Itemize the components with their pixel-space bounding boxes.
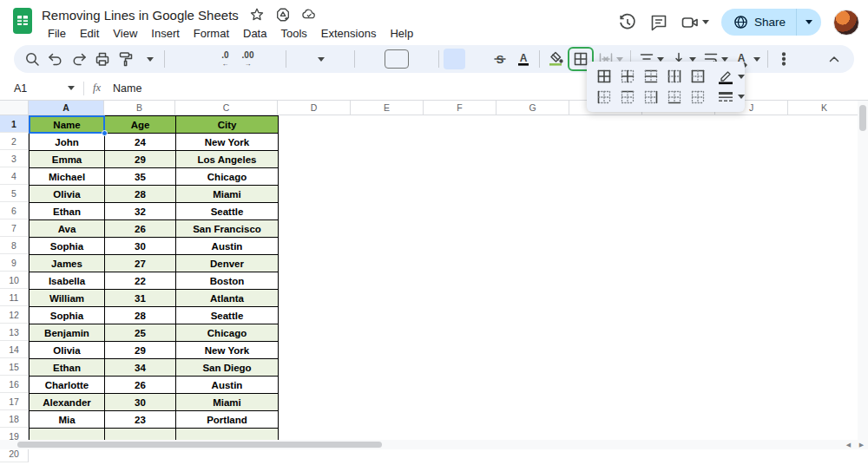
- cell-B4[interactable]: 35: [105, 168, 176, 186]
- star-icon[interactable]: [249, 7, 265, 23]
- cell-C18[interactable]: Portland: [176, 411, 279, 429]
- column-header-B[interactable]: B: [104, 101, 175, 115]
- strikethrough-button[interactable]: S: [489, 49, 511, 69]
- border-horizontal-button[interactable]: [639, 66, 662, 87]
- row-header-2[interactable]: 2: [0, 133, 29, 150]
- video-camera-icon[interactable]: [681, 13, 700, 32]
- decrease-font-size-button[interactable]: [359, 49, 381, 69]
- border-vertical-button[interactable]: [662, 66, 686, 87]
- row-header-10[interactable]: 10: [0, 272, 29, 289]
- select-all-corner[interactable]: [0, 101, 29, 115]
- document-title[interactable]: Removing Lines in Google Sheets: [42, 8, 239, 23]
- fill-handle[interactable]: [102, 130, 108, 136]
- text-color-button[interactable]: A: [512, 49, 535, 69]
- cell-C6[interactable]: Seattle: [176, 203, 279, 220]
- cell-A15[interactable]: Ethan: [30, 359, 105, 377]
- cell-A13[interactable]: Benjamin: [30, 324, 105, 342]
- share-button[interactable]: Share: [721, 9, 797, 36]
- row-header-6[interactable]: 6: [0, 202, 29, 219]
- column-header-D[interactable]: D: [278, 101, 351, 115]
- column-header-F[interactable]: F: [424, 101, 496, 115]
- sheets-logo-icon[interactable]: [12, 7, 33, 35]
- row-header-7[interactable]: 7: [0, 219, 29, 237]
- print-button[interactable]: [91, 49, 114, 69]
- cell-A3[interactable]: Emma: [30, 151, 105, 168]
- cell-B5[interactable]: 28: [105, 186, 176, 203]
- cell-A14[interactable]: Olivia: [30, 342, 105, 359]
- column-header-K[interactable]: K: [788, 101, 861, 115]
- menu-extensions[interactable]: Extensions: [315, 25, 383, 42]
- column-header-G[interactable]: G: [496, 101, 569, 115]
- cell-A18[interactable]: Mia: [30, 411, 105, 429]
- border-right-button[interactable]: [639, 87, 662, 108]
- user-avatar[interactable]: [833, 10, 859, 36]
- cell-A11[interactable]: William: [30, 290, 105, 307]
- cell-A6[interactable]: Ethan: [30, 203, 105, 220]
- row-header-18[interactable]: 18: [0, 410, 29, 428]
- horizontal-scrollbar-thumb[interactable]: [17, 442, 382, 448]
- cell-B7[interactable]: 26: [105, 220, 176, 238]
- cell-B15[interactable]: 34: [105, 359, 176, 377]
- cell-C9[interactable]: Denver: [176, 255, 279, 272]
- column-header-E[interactable]: E: [351, 101, 424, 115]
- collapse-toolbar-button[interactable]: [823, 49, 845, 69]
- decrease-decimal-button[interactable]: .0←: [214, 49, 236, 69]
- column-header-A[interactable]: A: [29, 101, 104, 115]
- currency-format-button[interactable]: [169, 49, 191, 69]
- meet-call-control[interactable]: [681, 13, 709, 32]
- paint-format-button[interactable]: [115, 49, 137, 69]
- italic-button[interactable]: [466, 49, 488, 69]
- cell-C7[interactable]: San Francisco: [176, 220, 279, 238]
- undo-button[interactable]: [44, 49, 67, 69]
- chevron-down-icon[interactable]: [702, 20, 709, 24]
- number-format-button[interactable]: [260, 49, 281, 69]
- cell-C8[interactable]: Austin: [176, 238, 279, 255]
- menu-tools[interactable]: Tools: [274, 25, 312, 42]
- menu-data[interactable]: Data: [237, 25, 273, 42]
- cell-B6[interactable]: 32: [105, 203, 176, 220]
- row-header-8[interactable]: 8: [0, 237, 29, 254]
- search-button[interactable]: [21, 49, 43, 69]
- cell-C13[interactable]: Chicago: [176, 324, 279, 342]
- scroll-right-icon[interactable]: ▶: [855, 440, 868, 449]
- cell-B18[interactable]: 23: [105, 411, 176, 429]
- horizontal-scrollbar[interactable]: [0, 440, 842, 449]
- version-history-icon[interactable]: [618, 13, 637, 32]
- border-bottom-button[interactable]: [662, 87, 686, 108]
- column-header-C[interactable]: C: [175, 101, 278, 115]
- name-box[interactable]: A1: [9, 82, 75, 95]
- move-to-drive-icon[interactable]: [275, 7, 291, 23]
- cell-B17[interactable]: 30: [105, 394, 176, 411]
- cell-C14[interactable]: New York: [176, 342, 279, 359]
- cell-C10[interactable]: Boston: [176, 272, 279, 290]
- cell-C12[interactable]: Seattle: [176, 307, 279, 324]
- increase-font-size-button[interactable]: [412, 49, 434, 69]
- bold-button[interactable]: [444, 49, 465, 69]
- row-header-13[interactable]: 13: [0, 324, 29, 341]
- cell-B2[interactable]: 24: [105, 134, 176, 151]
- row-header-1[interactable]: 1: [0, 115, 29, 133]
- cell-C11[interactable]: Atlanta: [176, 290, 279, 307]
- cell-B8[interactable]: 30: [105, 238, 176, 255]
- menu-help[interactable]: Help: [384, 25, 419, 42]
- redo-button[interactable]: [68, 49, 90, 69]
- cell-A8[interactable]: Sophia: [30, 238, 105, 255]
- cell-C2[interactable]: New York: [176, 134, 279, 151]
- row-header-9[interactable]: 9: [0, 254, 29, 272]
- cell-A10[interactable]: Isabella: [30, 272, 105, 290]
- font-size-input[interactable]: [382, 49, 411, 69]
- cell-A4[interactable]: Michael: [30, 168, 105, 186]
- row-header-12[interactable]: 12: [0, 306, 29, 324]
- font-select[interactable]: [291, 49, 350, 69]
- cell-C17[interactable]: Miami: [176, 394, 279, 411]
- border-all-button[interactable]: [592, 66, 615, 87]
- row-header-5[interactable]: 5: [0, 185, 29, 202]
- border-left-button[interactable]: [592, 87, 615, 108]
- cell-C15[interactable]: San Diego: [176, 359, 279, 377]
- cell-A1[interactable]: Name: [30, 116, 105, 134]
- chevron-down-icon[interactable]: [68, 86, 75, 90]
- cell-C5[interactable]: Miami: [176, 186, 279, 203]
- cell-B10[interactable]: 22: [105, 272, 176, 290]
- increase-decimal-button[interactable]: .00→: [237, 49, 259, 69]
- cell-C3[interactable]: Los Angeles: [176, 151, 279, 168]
